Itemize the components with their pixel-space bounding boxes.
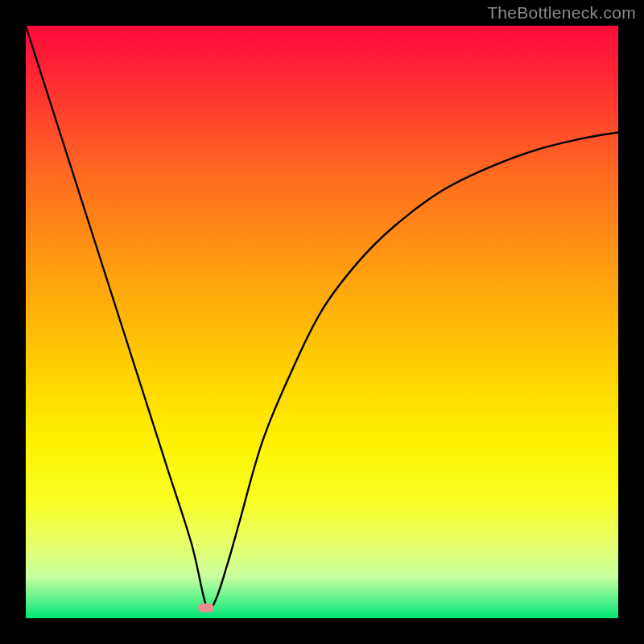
minimum-marker xyxy=(198,603,214,612)
plot-area xyxy=(26,26,618,618)
curve-path xyxy=(26,26,618,611)
watermark-label: TheBottleneck.com xyxy=(487,3,636,23)
curve-layer xyxy=(26,26,618,618)
chart-frame: TheBottleneck.com xyxy=(0,0,644,644)
